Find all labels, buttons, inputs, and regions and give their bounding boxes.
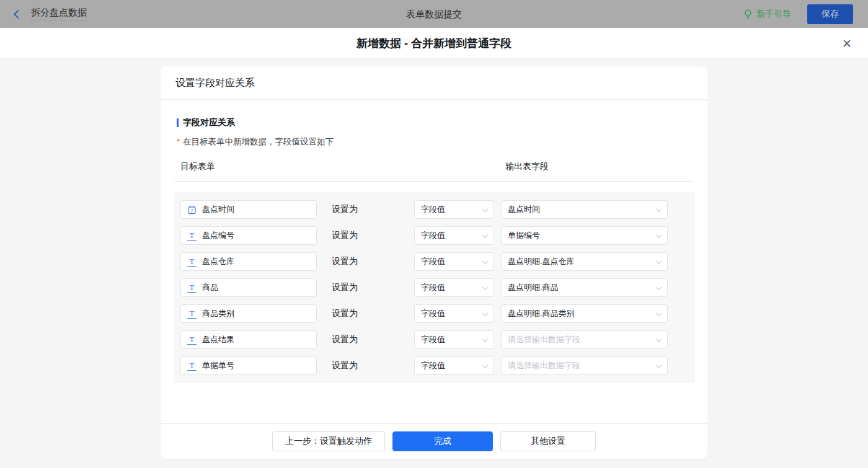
mapping-row: T 盘点仓库 设置为 字段值 盘点明细.盘点仓库 [180,252,689,271]
chevron-down-icon [656,362,662,368]
text-field-icon: T [187,257,197,267]
section-label: 字段对应关系 [183,117,235,128]
mapping-row: T 单据单号 设置为 字段值 请选择输出数据字段 [180,356,689,375]
close-icon[interactable]: ✕ [842,37,852,49]
modal-title: 新增数据 - 合并新增到普通字段 [356,36,512,51]
set-as-label: 设置为 [332,230,366,241]
chevron-down-icon [482,232,489,238]
text-field-icon: T [187,361,197,371]
set-as-label: 设置为 [332,256,366,267]
chevron-down-icon [656,284,662,290]
chevron-down-icon [482,258,489,264]
required-note: * 在目标表单中新增数据，字段值设置如下 [177,136,694,148]
top-app-bar: 拆分盘点数据 表单数据提交 新手引导 保存 [0,0,868,28]
value-mode-select[interactable]: 字段值 [414,304,494,323]
modal-body: 设置字段对应关系 字段对应关系 * 在目标表单中新增数据，字段值设置如下 目标表… [0,59,868,468]
card-body: 字段对应关系 * 在目标表单中新增数据，字段值设置如下 目标表单 输出表字段 [161,100,707,423]
mapping-row: T 商品类别 设置为 字段值 盘点明细.商品类别 [180,304,689,323]
output-field-select[interactable]: 盘点时间 [501,200,668,219]
save-button[interactable]: 保存 [807,4,853,24]
column-header-target-form: 目标表单 [180,161,505,172]
mapping-row: 7 盘点时间 设置为 字段值 盘点时间 [180,200,689,219]
chevron-down-icon [656,310,662,316]
chevron-down-icon [482,336,489,342]
chevron-down-icon [656,206,662,212]
value-mode-select[interactable]: 字段值 [414,252,494,271]
target-field-box: 7 盘点时间 [180,200,317,219]
card-header-title: 设置字段对应关系 [161,66,707,100]
card-footer: 上一步：设置触发动作 完成 其他设置 [161,423,707,459]
finish-button[interactable]: 完成 [392,431,493,451]
required-note-text: 在目标表单中新增数据，字段值设置如下 [183,136,334,148]
target-field-label: 盘点编号 [202,230,234,241]
target-field-label: 盘点时间 [202,204,234,215]
target-field-box: T 盘点结果 [180,330,317,349]
chevron-down-icon [656,258,662,264]
mapping-row: T 商品 设置为 字段值 盘点明细.商品 [180,278,689,297]
chevron-down-icon [482,284,489,290]
target-field-label: 单据单号 [202,360,234,371]
text-field-icon: T [187,309,197,319]
output-field-select[interactable]: 盘点明细.商品 [501,278,668,297]
back-chevron-icon [14,9,22,18]
value-mode-select[interactable]: 字段值 [414,278,494,297]
set-as-label: 设置为 [332,308,366,319]
chevron-down-icon [656,232,662,238]
lightbulb-icon [743,9,753,19]
target-field-label: 盘点结果 [202,334,234,345]
target-field-box: T 商品类别 [180,304,317,323]
chevron-down-icon [482,310,489,316]
target-field-box: T 盘点仓库 [180,252,317,271]
mapping-rows-panel: 7 盘点时间 设置为 字段值 盘点时间 [174,192,695,383]
field-mapping-card: 设置字段对应关系 字段对应关系 * 在目标表单中新增数据，字段值设置如下 目标表… [161,66,707,459]
required-asterisk: * [177,136,180,148]
mapping-row: T 盘点结果 设置为 字段值 请选择输出数据字段 [180,330,689,349]
output-field-select[interactable]: 单据编号 [501,226,668,245]
output-field-select[interactable]: 请选择输出数据字段 [501,330,668,349]
target-field-box: T 商品 [180,278,317,297]
target-field-label: 盘点仓库 [202,256,234,267]
text-field-icon: T [187,231,197,241]
calendar-field-icon: 7 [187,205,197,214]
target-field-box: T 单据单号 [180,356,317,375]
value-mode-select[interactable]: 字段值 [414,330,494,349]
set-as-label: 设置为 [332,334,366,345]
topbar-center-title: 表单数据提交 [406,0,462,28]
target-field-label: 商品 [202,282,218,293]
chevron-down-icon [482,206,489,212]
output-field-select[interactable]: 盘点明细.盘点仓库 [501,252,668,271]
section-title: 字段对应关系 [177,117,694,128]
section-accent-bar [177,118,179,127]
column-header-output-field: 输出表字段 [505,161,549,172]
set-as-label: 设置为 [332,360,366,371]
output-field-select[interactable]: 盘点明细.商品类别 [501,304,668,323]
modal-titlebar: 新增数据 - 合并新增到普通字段 ✕ [0,28,868,59]
previous-step-button[interactable]: 上一步：设置触发动作 [272,431,385,451]
value-mode-select[interactable]: 字段值 [414,226,494,245]
set-as-label: 设置为 [332,282,366,293]
output-field-select[interactable]: 请选择输出数据字段 [501,356,668,375]
column-headers: 目标表单 输出表字段 [174,161,694,182]
set-as-label: 设置为 [332,204,366,215]
other-settings-button[interactable]: 其他设置 [500,431,596,451]
target-field-label: 商品类别 [202,308,234,319]
target-field-box: T 盘点编号 [180,226,317,245]
chevron-down-icon [482,362,489,368]
flow-name-label: 拆分盘点数据 [31,7,87,21]
text-field-icon: T [187,335,197,345]
text-field-icon: T [187,283,197,293]
mapping-row: T 盘点编号 设置为 字段值 单据编号 [180,226,689,245]
chevron-down-icon [656,336,662,342]
beginner-guide-label: 新手引导 [756,9,791,20]
value-mode-select[interactable]: 字段值 [414,200,494,219]
value-mode-select[interactable]: 字段值 [414,356,494,375]
back-button[interactable]: 拆分盘点数据 [15,7,87,21]
beginner-guide-link[interactable]: 新手引导 [743,9,791,20]
svg-text:7: 7 [190,208,193,213]
